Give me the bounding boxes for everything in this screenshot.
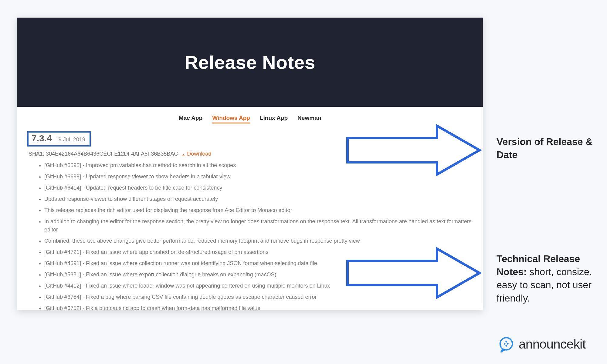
sha-row: SHA1: 304E42164A64B6436CECFE12DF4AFA5F36… (27, 151, 473, 157)
release-notes-screenshot: Release Notes Mac App Windows App Linux … (17, 18, 483, 310)
list-item: [GitHub #6595] - Improved pm.variables.h… (44, 161, 473, 170)
list-item: This release replaces the rich editor us… (44, 206, 473, 214)
download-icon (181, 152, 186, 157)
list-item: Combined, these two above changes give b… (44, 237, 473, 245)
list-item: [GitHub #6752] - Fix a bug causing app t… (44, 304, 473, 310)
tab-newman[interactable]: Newman (297, 115, 321, 123)
announcekit-logo: announcekit (498, 336, 586, 352)
list-item: [GitHub #5381] - Fixed an issue where ex… (44, 271, 473, 279)
list-item: [GitHub #6414] - Updated request headers… (44, 184, 473, 192)
download-label: Download (187, 151, 211, 157)
logo-icon (498, 336, 514, 352)
list-item: [GitHub #6784] - Fixed a bug where parsi… (44, 293, 473, 301)
tab-windows-app[interactable]: Windows App (212, 115, 250, 123)
download-link[interactable]: Download (181, 151, 211, 157)
annotation-technical-notes: Technical Release Notes: short, consize,… (497, 252, 606, 305)
list-item: [GitHub #4591] - Fixed an issue where co… (44, 259, 473, 268)
list-item: [GitHub #6699] - Updated response viewer… (44, 173, 473, 181)
tab-linux-app[interactable]: Linux App (260, 115, 288, 123)
hero-banner: Release Notes (17, 18, 483, 107)
platform-tabs: Mac App Windows App Linux App Newman (17, 107, 483, 126)
list-item: [GitHub #4412] - Fixed an issue where lo… (44, 282, 473, 290)
sha-value: SHA1: 304E42164A64B6436CECFE12DF4AFA5F36… (29, 151, 178, 157)
svg-point-2 (500, 338, 513, 350)
logo-text: announcekit (519, 337, 586, 352)
page-title: Release Notes (185, 52, 315, 73)
svg-point-3 (505, 341, 507, 342)
svg-point-6 (505, 345, 507, 346)
svg-point-5 (507, 343, 508, 345)
annotation-version-date: Version of Release & Date (497, 135, 606, 161)
release-date: 19 Jul, 2019 (56, 136, 85, 143)
version-date-highlight: 7.3.4 19 Jul, 2019 (27, 131, 91, 147)
list-item: [GitHub #4721] - Fixed an issue where ap… (44, 248, 473, 256)
svg-point-4 (504, 343, 505, 345)
release-notes-list: [GitHub #6595] - Improved pm.variables.h… (27, 161, 473, 310)
list-item: Updated response-viewer to show differen… (44, 195, 473, 203)
release-block: 7.3.4 19 Jul, 2019 SHA1: 304E42164A64B64… (17, 126, 483, 310)
version-number: 7.3.4 (32, 133, 52, 143)
list-item: In addition to changing the editor for t… (44, 217, 473, 234)
tab-mac-app[interactable]: Mac App (179, 115, 202, 123)
